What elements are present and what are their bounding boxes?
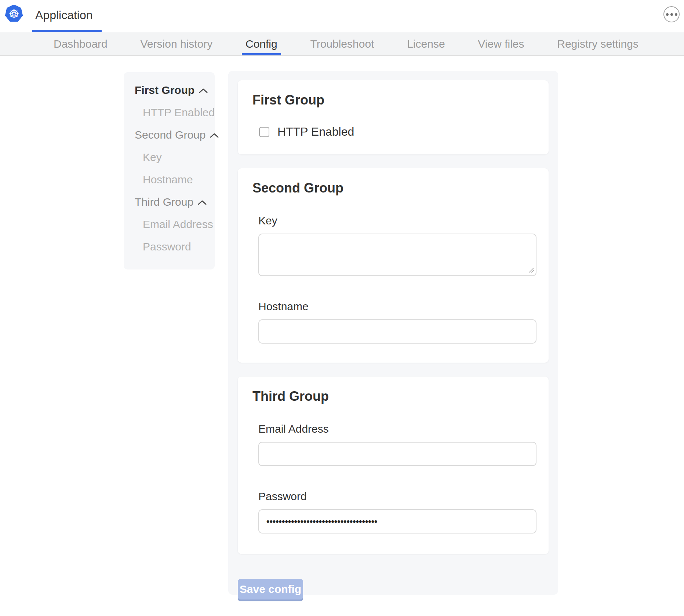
app-title: Application [35, 8, 93, 22]
sidebar-item-label: Second Group [135, 129, 205, 141]
sidebar-item-label: Key [143, 151, 162, 164]
field-label: Key [258, 214, 534, 227]
tab-config[interactable]: Config [243, 32, 280, 55]
config-page: First Group HTTP Enabled Second Group Ke… [0, 56, 684, 616]
key-textarea[interactable] [258, 234, 536, 276]
chevron-up-icon [198, 200, 207, 205]
http-enabled-field: HTTP Enabled [259, 125, 534, 139]
password-input[interactable] [258, 509, 536, 534]
config-sidebar: First Group HTTP Enabled Second Group Ke… [124, 72, 215, 270]
tab-version-history[interactable]: Version history [138, 32, 215, 55]
config-group-third: Third Group Email Address Password [238, 377, 549, 554]
hostname-field: Hostname [258, 300, 534, 344]
save-config-button[interactable]: Save config [238, 579, 303, 600]
config-group-second: Second Group Key Hostname [238, 168, 549, 363]
tab-license[interactable]: License [405, 32, 447, 55]
sidebar-item-label: Hostname [143, 173, 193, 186]
tab-view-files[interactable]: View files [476, 32, 526, 55]
helm-wheel-glyph: ☸ [5, 5, 23, 22]
sidebar-item-label: HTTP Enabled [143, 106, 215, 119]
overflow-menu-button[interactable] [663, 6, 680, 22]
sidebar-item-label: First Group [135, 84, 194, 96]
sidebar-item-email-address[interactable]: Email Address [135, 213, 215, 235]
password-field: Password [258, 490, 534, 534]
chevron-up-icon [210, 133, 219, 138]
sidebar-item-password[interactable]: Password [135, 235, 215, 258]
group-title: Second Group [252, 181, 534, 195]
sidebar-item-third-group[interactable]: Third Group [135, 191, 215, 213]
sidebar-item-first-group[interactable]: First Group [135, 79, 215, 101]
checkbox-label[interactable]: HTTP Enabled [277, 125, 354, 139]
sidebar-item-http-enabled[interactable]: HTTP Enabled [135, 101, 215, 124]
config-group-first: First Group HTTP Enabled [238, 80, 549, 154]
hostname-input[interactable] [258, 319, 536, 344]
sidebar-item-hostname[interactable]: Hostname [135, 168, 215, 191]
chevron-up-icon [199, 88, 208, 94]
http-enabled-checkbox[interactable] [259, 127, 269, 137]
email-address-field: Email Address [258, 423, 534, 466]
sidebar-item-label: Password [143, 241, 191, 253]
app-tabbar: Dashboard Version history Config Trouble… [0, 32, 684, 56]
email-address-input[interactable] [258, 442, 536, 466]
sidebar-item-label: Email Address [143, 218, 213, 231]
key-field: Key [258, 214, 534, 276]
group-title: First Group [252, 93, 534, 107]
field-label: Hostname [258, 300, 534, 313]
group-title: Third Group [252, 389, 534, 404]
sidebar-item-second-group[interactable]: Second Group [135, 124, 215, 146]
tab-dashboard[interactable]: Dashboard [51, 32, 110, 55]
app-title-tab[interactable]: Application [32, 0, 102, 32]
sidebar-item-label: Third Group [135, 196, 193, 208]
sidebar-item-key[interactable]: Key [135, 146, 215, 168]
config-panel: First Group HTTP Enabled Second Group Ke… [228, 71, 558, 595]
ellipsis-icon [666, 13, 669, 16]
app-header: ☸ Application [0, 0, 684, 32]
resize-grip-icon[interactable] [529, 268, 534, 273]
field-label: Email Address [258, 423, 534, 435]
field-label: Password [258, 490, 534, 503]
kubernetes-logo-icon[interactable]: ☸ [5, 5, 23, 22]
tab-troubleshoot[interactable]: Troubleshoot [308, 32, 376, 55]
tab-registry-settings[interactable]: Registry settings [555, 32, 641, 55]
